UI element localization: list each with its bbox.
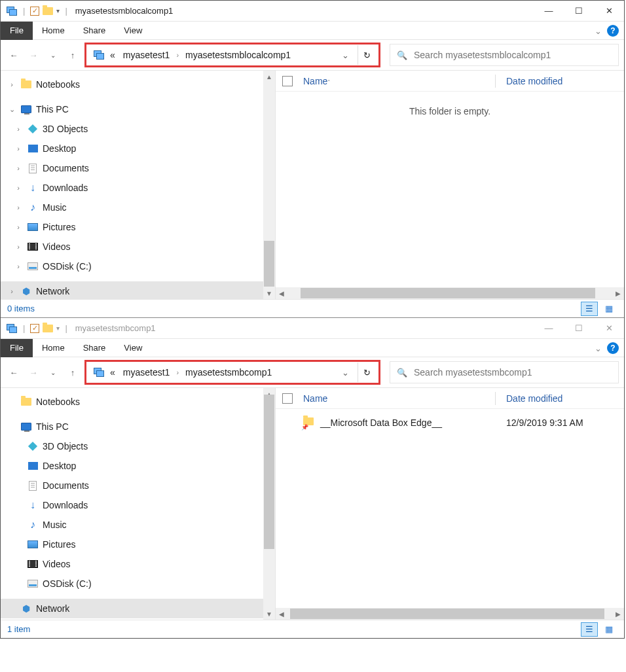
tree-documents[interactable]: ›Documents bbox=[1, 158, 275, 178]
search-box[interactable]: 🔍 bbox=[390, 361, 619, 383]
titlebar[interactable]: | ✓ ▾ | myasetestsmbcomp1 — ☐ ✕ bbox=[1, 318, 624, 339]
tree-thispc[interactable]: ⌄This PC bbox=[1, 417, 275, 436]
qat-dropdown-icon[interactable]: ▾ bbox=[56, 7, 60, 14]
back-button[interactable]: ← bbox=[6, 364, 22, 380]
tree-music[interactable]: ›♪Music bbox=[1, 515, 275, 535]
view-tab[interactable]: View bbox=[115, 22, 151, 40]
view-tab[interactable]: View bbox=[115, 339, 151, 357]
scroll-thumb[interactable] bbox=[264, 395, 274, 549]
breadcrumb-prefix[interactable]: « bbox=[107, 366, 118, 379]
tree-pictures[interactable]: ›Pictures bbox=[1, 217, 275, 237]
thumbnails-view-button[interactable]: ▦ bbox=[600, 302, 617, 316]
column-header[interactable]: Name ˄ Date modified bbox=[276, 71, 624, 92]
tree-thispc[interactable]: ⌄This PC bbox=[1, 99, 275, 119]
home-tab[interactable]: Home bbox=[33, 339, 74, 357]
file-row[interactable]: 📌 __Microsoft Data Box Edge__ 12/9/2019 … bbox=[276, 413, 624, 433]
search-box[interactable]: 🔍 bbox=[390, 44, 619, 66]
up-button[interactable]: ↑ bbox=[65, 364, 81, 380]
refresh-button[interactable]: ↻ bbox=[358, 45, 376, 65]
minimize-button[interactable]: — bbox=[534, 1, 564, 22]
help-icon[interactable]: ? bbox=[607, 342, 619, 354]
scroll-up-icon[interactable]: ▲ bbox=[263, 71, 275, 82]
column-date[interactable]: Date modified bbox=[506, 76, 617, 86]
tree-osdisk[interactable]: ›OSDisk (C:) bbox=[1, 256, 275, 276]
breadcrumb-sep-icon[interactable]: › bbox=[175, 368, 180, 376]
h-scrollbar[interactable]: ◀ ▶ bbox=[276, 287, 624, 299]
tree-downloads[interactable]: ›↓Downloads bbox=[1, 178, 275, 198]
breadcrumb-current[interactable]: myasetestsmblocalcomp1 bbox=[183, 48, 293, 62]
tree-videos[interactable]: ›Videos bbox=[1, 554, 275, 574]
up-button[interactable]: ↑ bbox=[65, 47, 81, 63]
qat-newfolder-icon[interactable] bbox=[42, 5, 54, 17]
tree-music[interactable]: ›♪Music bbox=[1, 198, 275, 217]
column-date[interactable]: Date modified bbox=[506, 393, 617, 404]
breadcrumb-root[interactable]: myasetest1 bbox=[120, 48, 173, 62]
forward-button[interactable]: → bbox=[26, 364, 41, 380]
tree-desktop[interactable]: ›Desktop bbox=[1, 456, 275, 476]
scroll-down-icon[interactable]: ▼ bbox=[263, 287, 275, 299]
close-button[interactable]: ✕ bbox=[594, 318, 624, 339]
tree-pictures[interactable]: ›Pictures bbox=[1, 535, 275, 554]
maximize-button[interactable]: ☐ bbox=[564, 318, 594, 339]
tree-scrollbar[interactable]: ▲ ▼ bbox=[263, 71, 275, 299]
details-view-button[interactable]: ☰ bbox=[581, 302, 598, 316]
address-bar[interactable]: « myasetest1 › myasetestsmbcomp1 ⌄ bbox=[89, 363, 356, 382]
tree-videos[interactable]: ›Videos bbox=[1, 237, 275, 256]
tree-osdisk[interactable]: ›OSDisk (C:) bbox=[1, 574, 275, 593]
scroll-left-icon[interactable]: ◀ bbox=[276, 287, 287, 299]
tree-3dobjects[interactable]: ›3D Objects bbox=[1, 119, 275, 139]
help-icon[interactable]: ? bbox=[607, 25, 619, 37]
ribbon-expand-icon[interactable]: ⌄ bbox=[595, 26, 602, 36]
column-header[interactable]: Name Date modified bbox=[276, 388, 624, 409]
recent-dropdown[interactable]: ⌄ bbox=[45, 47, 61, 63]
maximize-button[interactable]: ☐ bbox=[564, 1, 594, 22]
thumbnails-view-button[interactable]: ▦ bbox=[600, 622, 617, 637]
tree-downloads[interactable]: ›↓Downloads bbox=[1, 495, 275, 515]
refresh-button[interactable]: ↻ bbox=[358, 363, 376, 382]
tree-documents[interactable]: ›Documents bbox=[1, 476, 275, 495]
h-scroll-thumb[interactable] bbox=[290, 609, 604, 619]
qat-dropdown-icon[interactable]: ▾ bbox=[56, 325, 60, 332]
qat-properties-icon[interactable]: ✓ bbox=[30, 324, 39, 333]
file-tab[interactable]: File bbox=[1, 339, 33, 357]
search-input[interactable] bbox=[414, 50, 612, 60]
tree-3dobjects[interactable]: ›3D Objects bbox=[1, 436, 275, 456]
forward-button[interactable]: → bbox=[26, 47, 41, 63]
tree-notebooks[interactable]: ›Notebooks bbox=[1, 392, 275, 412]
scroll-left-icon[interactable]: ◀ bbox=[276, 608, 287, 620]
tree-notebooks[interactable]: ›Notebooks bbox=[1, 75, 275, 94]
scroll-down-icon[interactable]: ▼ bbox=[263, 608, 275, 620]
share-tab[interactable]: Share bbox=[74, 22, 115, 40]
qat-properties-icon[interactable]: ✓ bbox=[30, 7, 39, 16]
details-view-button[interactable]: ☰ bbox=[581, 622, 598, 637]
select-all-checkbox[interactable] bbox=[282, 76, 293, 86]
column-name[interactable]: Name bbox=[303, 393, 485, 404]
address-dropdown-icon[interactable]: ⌄ bbox=[338, 50, 352, 60]
qat-newfolder-icon[interactable] bbox=[42, 323, 54, 334]
minimize-button[interactable]: — bbox=[534, 318, 564, 339]
tree-desktop[interactable]: ›Desktop bbox=[1, 139, 275, 158]
share-tab[interactable]: Share bbox=[74, 339, 115, 357]
select-all-checkbox[interactable] bbox=[282, 393, 293, 404]
breadcrumb-sep-icon[interactable]: › bbox=[175, 51, 180, 59]
nav-tree[interactable]: ›Notebooks ⌄This PC ›3D Objects ›Desktop… bbox=[1, 388, 276, 620]
breadcrumb-current[interactable]: myasetestsmbcomp1 bbox=[183, 366, 274, 379]
home-tab[interactable]: Home bbox=[33, 22, 74, 40]
titlebar[interactable]: | ✓ ▾ | myasetestsmblocalcomp1 — ☐ ✕ bbox=[1, 1, 624, 22]
h-scroll-thumb[interactable] bbox=[301, 288, 595, 298]
h-scrollbar[interactable]: ◀ ▶ bbox=[276, 608, 624, 620]
breadcrumb-root[interactable]: myasetest1 bbox=[120, 366, 173, 379]
search-input[interactable] bbox=[414, 367, 612, 378]
tree-network[interactable]: ›⬢Network bbox=[1, 281, 275, 299]
tree-scrollbar[interactable]: ▲ ▼ bbox=[263, 388, 275, 620]
recent-dropdown[interactable]: ⌄ bbox=[45, 364, 61, 380]
nav-tree[interactable]: ›Notebooks ⌄This PC ›3D Objects ›Desktop… bbox=[1, 71, 276, 299]
ribbon-expand-icon[interactable]: ⌄ bbox=[595, 344, 602, 353]
column-name[interactable]: Name ˄ bbox=[303, 76, 485, 86]
tree-network[interactable]: ›⬢Network bbox=[1, 599, 275, 618]
file-tab[interactable]: File bbox=[1, 22, 33, 40]
scroll-thumb[interactable] bbox=[264, 241, 274, 287]
address-bar[interactable]: « myasetest1 › myasetestsmblocalcomp1 ⌄ bbox=[89, 45, 356, 65]
scroll-right-icon[interactable]: ▶ bbox=[612, 287, 624, 299]
breadcrumb-prefix[interactable]: « bbox=[107, 48, 118, 62]
